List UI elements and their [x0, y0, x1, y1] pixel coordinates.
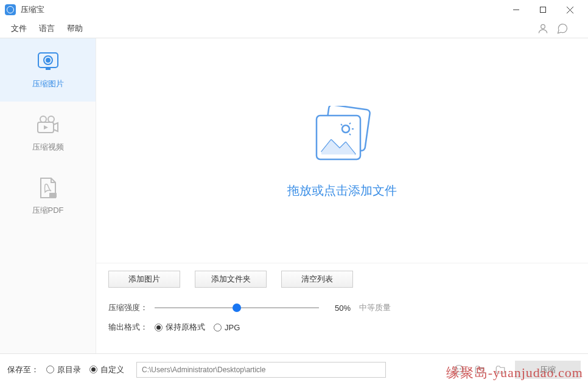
- image-icon: [37, 50, 59, 72]
- save-path-input[interactable]: [136, 362, 386, 378]
- menu-bar: 文件 语言 帮助: [0, 19, 588, 38]
- save-custom-radio[interactable]: 自定义: [89, 364, 124, 375]
- strength-value: 50%: [335, 303, 351, 313]
- svg-point-4: [541, 24, 545, 29]
- menu-file[interactable]: 文件: [7, 21, 33, 36]
- save-original-radio[interactable]: 原目录: [46, 364, 81, 375]
- controls-panel: 添加图片 添加文件夹 清空列表 压缩强度： 50% 中等质量 输出格式： 保持原…: [96, 263, 588, 353]
- svg-point-9: [40, 116, 46, 122]
- sidebar-item-image[interactable]: 压缩图片: [0, 38, 96, 102]
- open-output-icon[interactable]: [494, 364, 506, 376]
- sidebar-label: 压缩视频: [32, 142, 64, 153]
- add-folder-button[interactable]: 添加文件夹: [195, 271, 267, 288]
- app-title: 压缩宝: [21, 4, 44, 15]
- radio-label: JPG: [225, 323, 240, 332]
- radio-label: 原目录: [57, 364, 81, 375]
- format-jpg-radio[interactable]: JPG: [214, 323, 240, 332]
- browse-icon[interactable]: [453, 364, 465, 376]
- svg-point-21: [455, 365, 464, 374]
- main-panel: 拖放或点击添加文件 添加图片 添加文件夹 清空列表 压缩强度： 50% 中等质量…: [96, 38, 588, 353]
- pdf-icon: PDF: [37, 177, 59, 199]
- sidebar: 压缩图片 压缩视频 PDF 压缩PDF: [0, 38, 96, 353]
- clear-list-button[interactable]: 清空列表: [281, 271, 353, 288]
- chat-icon[interactable]: [556, 23, 569, 35]
- add-image-button[interactable]: 添加图片: [108, 271, 180, 288]
- sidebar-item-video[interactable]: 压缩视频: [0, 102, 96, 165]
- svg-point-23: [460, 368, 461, 369]
- maximize-button[interactable]: [530, 1, 556, 19]
- strength-row: 压缩强度： 50% 中等质量: [108, 302, 576, 313]
- radio-label: 自定义: [100, 364, 124, 375]
- close-icon: [567, 7, 573, 13]
- strength-slider[interactable]: [155, 303, 319, 313]
- svg-rect-1: [541, 7, 546, 13]
- button-row: 添加图片 添加文件夹 清空列表: [108, 271, 576, 288]
- window-controls: [503, 1, 583, 19]
- format-label: 输出格式：: [108, 322, 155, 333]
- svg-point-22: [457, 368, 458, 369]
- format-row: 输出格式： 保持原格式 JPG: [108, 322, 576, 333]
- sidebar-label: 压缩PDF: [32, 205, 64, 216]
- svg-point-10: [48, 116, 54, 122]
- sidebar-item-pdf[interactable]: PDF 压缩PDF: [0, 165, 96, 228]
- svg-line-18: [349, 123, 351, 124]
- drop-image-icon: [310, 106, 374, 163]
- save-to-label: 保存至：: [7, 364, 39, 375]
- user-icon[interactable]: [537, 23, 549, 35]
- menu-help[interactable]: 帮助: [61, 21, 89, 36]
- strength-label: 压缩强度：: [108, 302, 155, 313]
- svg-rect-8: [46, 68, 51, 70]
- open-folder-icon[interactable]: [474, 364, 486, 376]
- svg-line-17: [341, 124, 342, 125]
- quality-text: 中等质量: [359, 302, 391, 313]
- radio-label: 保持原格式: [166, 322, 205, 333]
- sidebar-label: 压缩图片: [32, 78, 64, 89]
- compress-button[interactable]: 压缩: [515, 361, 581, 379]
- video-icon: [37, 114, 59, 136]
- app-icon: [5, 4, 16, 15]
- minimize-button[interactable]: [503, 1, 530, 19]
- svg-text:PDF: PDF: [50, 193, 56, 197]
- drop-text: 拖放或点击添加文件: [287, 182, 397, 199]
- title-bar: 压缩宝: [0, 0, 588, 19]
- svg-line-20: [349, 134, 351, 135]
- bottom-bar: 保存至： 原目录 自定义 压缩: [0, 353, 588, 385]
- close-button[interactable]: [556, 1, 583, 19]
- svg-point-7: [46, 58, 50, 62]
- maximize-icon: [540, 7, 546, 13]
- menu-language[interactable]: 语言: [33, 21, 61, 36]
- minimize-icon: [513, 7, 519, 13]
- drop-zone[interactable]: 拖放或点击添加文件: [100, 43, 584, 262]
- format-keep-radio[interactable]: 保持原格式: [155, 322, 205, 333]
- content-area: 压缩图片 压缩视频 PDF 压缩PDF: [0, 38, 588, 353]
